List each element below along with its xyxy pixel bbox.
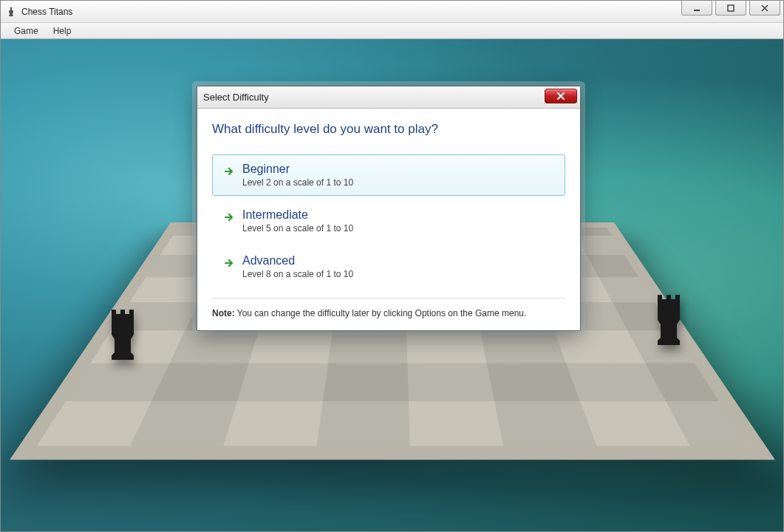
arrow-right-icon xyxy=(223,211,235,223)
close-button[interactable] xyxy=(749,1,780,16)
note-text: You can change the difficulty later by c… xyxy=(235,308,527,318)
option-title: Beginner xyxy=(242,163,554,176)
app-window: Chess Titans Game Help Select xyxy=(0,0,784,532)
difficulty-dialog: Select Difficulty What difficulty level … xyxy=(197,86,581,331)
menubar: Game Help xyxy=(1,23,783,39)
dialog-title: Select Difficulty xyxy=(203,92,269,103)
titlebar[interactable]: Chess Titans xyxy=(1,1,783,23)
dialog-heading: What difficulty level do you want to pla… xyxy=(212,122,565,137)
chess-piece-rook-left xyxy=(104,295,141,361)
option-subtitle: Level 5 on a scale of 1 to 10 xyxy=(242,223,554,233)
dialog-titlebar[interactable]: Select Difficulty xyxy=(197,86,580,109)
chess-piece-rook-right xyxy=(650,280,687,347)
svg-rect-0 xyxy=(694,10,700,11)
dialog-close-button[interactable] xyxy=(545,89,577,103)
app-icon xyxy=(5,6,17,18)
option-title: Intermediate xyxy=(242,208,554,222)
arrow-right-icon xyxy=(223,166,235,177)
window-controls xyxy=(681,1,783,16)
option-title: Advanced xyxy=(242,254,554,267)
dialog-note: Note: You can change the difficulty late… xyxy=(212,298,565,330)
dialog-body: What difficulty level do you want to pla… xyxy=(197,109,580,330)
svg-rect-1 xyxy=(728,5,734,11)
arrow-right-icon xyxy=(223,257,235,269)
option-subtitle: Level 2 on a scale of 1 to 10 xyxy=(242,177,554,188)
maximize-button[interactable] xyxy=(715,1,746,16)
option-subtitle: Level 8 on a scale of 1 to 10 xyxy=(242,269,554,279)
difficulty-option-beginner[interactable]: Beginner Level 2 on a scale of 1 to 10 xyxy=(212,154,565,196)
note-label: Note: xyxy=(212,308,235,318)
menu-help[interactable]: Help xyxy=(46,24,79,38)
difficulty-option-advanced[interactable]: Advanced Level 8 on a scale of 1 to 10 xyxy=(212,246,565,287)
difficulty-option-intermediate[interactable]: Intermediate Level 5 on a scale of 1 to … xyxy=(212,200,565,242)
game-viewport: Select Difficulty What difficulty level … xyxy=(1,39,783,531)
menu-game[interactable]: Game xyxy=(7,24,46,38)
window-title: Chess Titans xyxy=(21,7,72,17)
minimize-button[interactable] xyxy=(681,1,712,16)
